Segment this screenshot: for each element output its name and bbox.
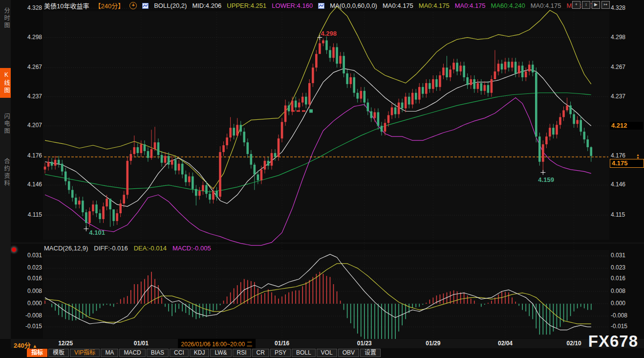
sidebar-tab-active[interactable]: K线图 [0, 68, 11, 98]
toolbar-button[interactable]: 设置 [360, 349, 381, 357]
chart-type-sidebar: 分时图K线图闪电图合约资料 [0, 0, 11, 339]
price-axis-label: 4.267 [611, 64, 625, 70]
header-label: UPPER:4.251 [227, 2, 266, 9]
header-label: MA0:4.175 [531, 2, 561, 9]
macd-header: MACD(26,12,9)DIFF:-0.016DEA:-0.014MACD:-… [44, 245, 211, 252]
macd-axis-label: 0.023 [611, 264, 625, 271]
price-axis-label: 4.328 [13, 4, 42, 11]
macd-value-label: DIFF:-0.016 [94, 245, 128, 252]
macd-value-label: MACD(26,12,9) [44, 245, 88, 252]
price-extreme-label: 4.159 [538, 176, 554, 183]
toolbar-button[interactable]: OBV [338, 349, 359, 357]
header-label: MID:4.206 [192, 2, 221, 9]
date-tick: 01/23 [357, 340, 372, 347]
toolbar-button[interactable]: 指标 [27, 349, 47, 357]
toolbar-button[interactable]: VIP指标 [70, 349, 100, 357]
price-tag: 4.212 [610, 122, 643, 130]
price-axis-label: 4.146 [13, 181, 42, 188]
sidebar-tab-item[interactable]: 分时图 [0, 4, 11, 33]
date-tick: 01/01 [134, 340, 149, 347]
date-tick: 02/10 [567, 340, 581, 347]
macd-axis-label: -0.008 [13, 312, 42, 319]
date-tick: 02/04 [498, 340, 513, 347]
header-label: LOWER:4.160 [272, 2, 313, 9]
toolbar-button[interactable]: BIAS [147, 349, 169, 357]
indicator-settings-icon[interactable] [318, 3, 324, 9]
price-extreme-label: 4.298 [321, 30, 337, 37]
indicator-settings-icon[interactable] [142, 3, 149, 9]
toolbar-button[interactable]: MA [101, 349, 118, 357]
price-axis-label: 4.298 [13, 34, 42, 41]
chevron-up-icon: ▲ [32, 343, 37, 349]
zoom-horizontal-icon[interactable]: ▶ [592, 1, 600, 9]
toolbar-button[interactable]: PSY [270, 349, 291, 357]
toolbar-button[interactable]: RSI [233, 349, 251, 357]
macd-axis-label: -0.008 [611, 312, 627, 319]
pan-view-icon[interactable]: + [572, 1, 580, 9]
macd-axis-label: 0.008 [611, 288, 625, 294]
macd-axis-label: -0.015 [13, 323, 42, 330]
macd-axis-label: -0.015 [611, 323, 627, 330]
toolbar-button[interactable]: LW& [210, 349, 231, 357]
price-axis-label: 4.328 [611, 4, 625, 11]
indicator-toolbar: 指标模板VIP指标MAMACDBIASCCIKDJLW&RSICRPSYBOLL… [27, 349, 381, 357]
price-axis-label: 4.115 [611, 211, 625, 218]
header-label: MA0:4.175 [455, 2, 486, 9]
price-axis-label: 4.237 [611, 93, 625, 100]
header-label: MA0:4.175 [383, 2, 413, 9]
charting-app: 4.1014.2984.159 美债10年收益率【240分】+BOLL(20,2… [0, 0, 644, 358]
header-label: BOLL(20,2) [154, 2, 187, 9]
toolbar-button[interactable]: MACD [119, 349, 145, 357]
header-label: 美债10年收益率 [44, 1, 89, 10]
brand-watermark: FX678 [588, 332, 638, 351]
macd-value-label: DEA:-0.014 [134, 245, 167, 252]
macd-axis-label: 0.016 [611, 275, 625, 282]
price-axis-label: 4.298 [611, 34, 625, 41]
price-axis-label: 4.176 [611, 152, 625, 159]
header-label: MA60:4.240 [491, 2, 525, 9]
add-indicator-icon[interactable]: + [129, 2, 137, 9]
toolbar-button[interactable]: CR [252, 349, 269, 357]
price-axis-label: 4.146 [611, 181, 625, 188]
toolbar-button[interactable]: 模板 [48, 349, 69, 357]
order-marker-square [309, 110, 313, 113]
macd-axis-label: 0.023 [13, 264, 42, 271]
macd-axis-label: 0.000 [13, 300, 42, 307]
selected-candle-date: 2026/01/06 16:00~20:00 二 [178, 339, 256, 348]
time-axis[interactable]: 12/2501/012026/01/06 16:00~20:00 二01/160… [11, 339, 644, 348]
price-tag: 4.175 [610, 159, 644, 168]
chart-canvas[interactable]: 4.1014.2984.159 [0, 0, 644, 358]
price-axis-label: 4.237 [13, 93, 42, 100]
date-tick: 01/16 [275, 340, 289, 347]
live-dot-icon [12, 247, 16, 252]
toolbar-button[interactable]: BOLL [292, 349, 316, 357]
sidebar-tab-item[interactable]: 闪电图 [0, 110, 11, 138]
price-axis-label: 4.207 [13, 122, 42, 129]
header-label: MA(0,0,0,60,0,0) [330, 2, 377, 9]
toolbar-button[interactable]: CCI [170, 349, 189, 357]
macd-value-label: MACD:-0.005 [172, 245, 211, 252]
toolbar-button[interactable]: KDJ [190, 349, 210, 357]
zoom-vertical-icon[interactable]: ↕ [582, 1, 590, 9]
header-label: MA0:4.175 [419, 2, 450, 9]
header-label: 【240分】 [94, 1, 124, 10]
restore-view-icon[interactable]: ↦ [601, 1, 610, 9]
price-axis-label: 4.176 [13, 152, 42, 159]
date-tick: 01/29 [426, 340, 440, 347]
macd-axis-label: 0.031 [13, 252, 42, 259]
macd-axis-label: 0.008 [13, 288, 42, 294]
date-tick: 12/25 [58, 340, 73, 347]
toolbar-button[interactable]: VOL [317, 349, 337, 357]
macd-axis-label: 0.031 [611, 252, 625, 259]
macd-axis-label: 0.000 [611, 300, 625, 307]
macd-axis-label: 0.016 [13, 275, 42, 282]
indicator-header: 美债10年收益率【240分】+BOLL(20,2)MID:4.206UPPER:… [44, 1, 597, 10]
price-extreme-label: 4.101 [89, 229, 105, 236]
double-up-arrow-icon[interactable]: ▲▲ [636, 154, 640, 158]
sidebar-tab-item[interactable]: 合约资料 [0, 155, 11, 191]
window-control-icons: +↕▶↦ [572, 1, 610, 9]
price-axis-label: 4.115 [13, 211, 42, 218]
price-axis-label: 4.267 [13, 64, 42, 70]
